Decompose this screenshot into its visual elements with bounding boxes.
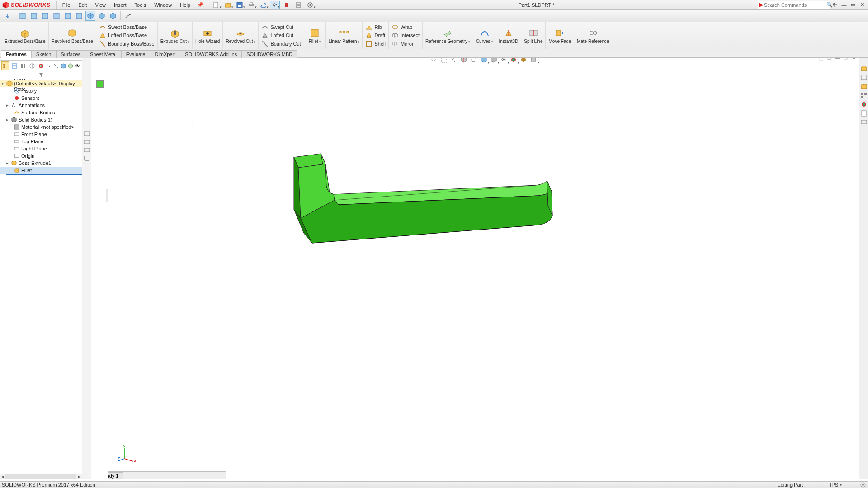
tree-sensors[interactable]: Sensors [0, 94, 82, 102]
tp-home-icon[interactable] [860, 64, 868, 72]
fm-dimxpert-icon[interactable] [28, 61, 36, 70]
hole-wizard-button[interactable]: Hole Wizard [193, 22, 223, 49]
search-commands[interactable]: ▶ 🔍 ▾ [758, 1, 830, 9]
bottom-tab-motion[interactable]: Motion Study 1 [108, 472, 123, 479]
hide-show-icon[interactable]: 👁 [499, 58, 508, 64]
mirror-button[interactable]: Mirror [391, 40, 420, 48]
vp-close-icon[interactable]: ✕ [850, 58, 857, 61]
boundary-cut-button[interactable]: Boundary Cut [260, 40, 302, 48]
apply-scene-icon[interactable] [519, 58, 528, 64]
boundary-boss-button[interactable]: Boundary Boss/Base [98, 40, 156, 48]
dynamic-view-icon[interactable] [469, 58, 478, 64]
print-icon[interactable] [246, 1, 256, 9]
tree-boss-extrude[interactable]: ▸Boss-Extrude1 [0, 160, 82, 167]
pin-icon[interactable]: 📌 [194, 0, 206, 9]
select-icon[interactable] [270, 1, 280, 9]
extruded-cut-button[interactable]: Extruded Cut [158, 22, 193, 49]
fillet-button[interactable]: Fillet [304, 22, 326, 49]
filter-icon[interactable] [39, 73, 43, 77]
appearance-swatch[interactable] [96, 80, 104, 88]
lofted-boss-button[interactable]: Lofted Boss/Base [98, 31, 156, 39]
tab-surfaces[interactable]: Surfaces [56, 50, 85, 58]
tab-addins[interactable]: SOLIDWORKS Add-Ins [180, 50, 242, 58]
close-icon[interactable]: ✕ [858, 1, 866, 9]
view-trimetric-icon[interactable] [97, 11, 107, 21]
rebuild-icon[interactable] [282, 1, 292, 9]
menu-insert[interactable]: Insert [110, 1, 131, 9]
fm-eye-icon[interactable]: 👁 [75, 61, 80, 70]
view-dimetric-icon[interactable] [108, 11, 118, 21]
display-style-icon[interactable] [489, 58, 498, 64]
rib-button[interactable]: Rib [364, 23, 386, 31]
ref-geometry-button[interactable]: Reference Geometry [423, 22, 473, 49]
tab-features[interactable]: Features [1, 50, 32, 58]
vp-new-icon[interactable]: □ [826, 58, 833, 61]
plane-indicator-3[interactable] [83, 146, 90, 154]
tab-sheetmetal[interactable]: Sheet Metal [85, 50, 122, 58]
view-front-icon[interactable] [18, 11, 28, 21]
fm-property-icon[interactable] [10, 61, 19, 70]
tp-library-icon[interactable] [860, 73, 868, 81]
lofted-cut-button[interactable]: Lofted Cut [260, 31, 302, 39]
orientation-triad[interactable]: y x z [118, 445, 136, 463]
plane-indicator-2[interactable] [83, 138, 90, 145]
save-icon[interactable] [235, 1, 245, 9]
open-doc-icon[interactable] [223, 1, 233, 9]
view-right-icon[interactable] [52, 11, 61, 21]
extruded-boss-button[interactable]: Extruded Boss/Base [2, 22, 49, 49]
graphics-viewport[interactable]: 👁 ⬚ □ — ▭ ✕ ⬚ [108, 58, 859, 479]
model-geometry[interactable] [267, 148, 606, 284]
menu-tools[interactable]: Tools [131, 1, 151, 9]
tp-forum-icon[interactable] [860, 118, 868, 127]
rollback-bar[interactable] [6, 174, 82, 175]
plane-indicator-1[interactable] [83, 130, 90, 137]
tab-sketch[interactable]: Sketch [31, 50, 57, 58]
tree-fillet1[interactable]: Fillet1 [0, 167, 82, 174]
restore-icon[interactable]: ▭ [849, 1, 857, 9]
split-line-button[interactable]: Split Line [521, 22, 546, 49]
fm-back-icon[interactable]: ‹ [47, 61, 52, 70]
fm-cube-icon[interactable] [60, 61, 66, 70]
instant3d-button[interactable]: Instant3D [496, 22, 522, 49]
tp-view-palette-icon[interactable] [860, 91, 868, 99]
fm-scrollbar[interactable]: ◄► [0, 474, 82, 479]
tab-dimxpert[interactable]: DimXpert [150, 50, 180, 58]
origin-indicator-icon[interactable] [83, 155, 90, 162]
menu-view[interactable]: View [91, 1, 110, 9]
revolved-boss-button[interactable]: Revolved Boss/Base [49, 22, 96, 49]
menu-help[interactable]: Help [176, 1, 194, 9]
view-iso-icon[interactable] [85, 11, 95, 21]
file-props-icon[interactable] [293, 1, 303, 9]
tree-origin[interactable]: Origin [0, 152, 82, 160]
intersect-button[interactable]: Intersect [391, 31, 420, 39]
vp-expand-icon[interactable]: ⬚ [817, 58, 825, 61]
help-icon[interactable]: ?▾ [831, 1, 839, 9]
menu-window[interactable]: Window [150, 1, 176, 9]
vp-restore-icon[interactable]: ▭ [842, 58, 849, 61]
fm-hide-icon[interactable] [53, 61, 59, 70]
fm-tree-icon[interactable] [1, 61, 9, 70]
revolved-cut-button[interactable]: Revolved Cut [223, 22, 259, 49]
new-doc-icon[interactable] [211, 1, 221, 9]
prev-view-icon[interactable] [449, 58, 458, 64]
tree-right-plane[interactable]: Right Plane [0, 145, 82, 152]
curves-button[interactable]: Curves [473, 22, 496, 49]
view-orient-icon[interactable] [479, 58, 488, 64]
arrow-down-icon[interactable] [3, 11, 13, 21]
swept-boss-button[interactable]: Swept Boss/Base [98, 23, 156, 31]
tree-annotations[interactable]: ▸AAnnotations [0, 102, 82, 109]
fm-sphere-icon[interactable] [67, 61, 74, 70]
tab-evaluate[interactable]: Evaluate [121, 50, 151, 58]
menu-edit[interactable]: Edit [74, 1, 91, 9]
fm-display-icon[interactable] [37, 61, 45, 70]
search-input[interactable] [764, 2, 826, 8]
vp-minimize-icon[interactable]: — [834, 58, 841, 61]
fm-config-icon[interactable] [19, 61, 27, 70]
linear-pattern-button[interactable]: Linear Pattern [326, 22, 363, 49]
tree-surface-bodies[interactable]: Surface Bodies [0, 109, 82, 116]
tree-front-plane[interactable]: Front Plane [0, 131, 82, 138]
view-settings-icon[interactable] [529, 58, 538, 64]
tree-material[interactable]: Material <not specified> [0, 123, 82, 131]
draft-button[interactable]: Draft [364, 31, 386, 39]
zoom-fit-icon[interactable] [429, 58, 439, 64]
